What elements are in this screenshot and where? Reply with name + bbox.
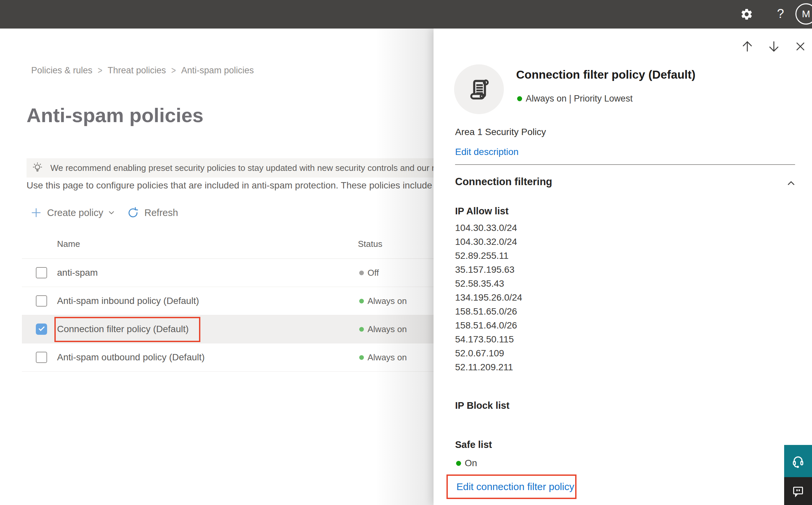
refresh-label: Refresh	[144, 207, 178, 218]
policy-description: Area 1 Security Policy	[455, 127, 546, 137]
main-content: Policies & rules > Threat policies > Ant…	[0, 28, 433, 505]
ip-address: 158.51.65.0/26	[455, 305, 522, 319]
support-button[interactable]	[784, 445, 812, 477]
breadcrumb-separator-icon: >	[98, 65, 103, 76]
chevron-up-icon	[786, 177, 797, 189]
row-status: Always on	[359, 352, 407, 363]
status-dot-icon	[517, 96, 522, 101]
status-label: Always on	[368, 296, 407, 306]
refresh-icon	[127, 207, 139, 219]
status-dot-icon	[456, 461, 461, 466]
status-dot-icon	[359, 327, 364, 331]
feedback-bubble-icon	[791, 484, 805, 498]
app-window: ? M Policies & rules > Threat policies >…	[0, 0, 812, 505]
plus-icon	[30, 207, 42, 218]
ip-address: 134.195.26.0/24	[455, 291, 522, 305]
ip-allow-list: 104.30.33.0/24104.30.32.0/2452.89.255.11…	[455, 221, 522, 374]
edit-policy-highlight-box: Edit connection filter policy	[446, 475, 577, 499]
collapse-section-button[interactable]	[785, 177, 798, 190]
safe-list-heading: Safe list	[455, 439, 492, 450]
row-status: Off	[359, 268, 379, 278]
feedback-button[interactable]	[784, 477, 812, 505]
arrow-up-icon	[740, 39, 754, 53]
breadcrumb-separator-icon: >	[171, 65, 176, 76]
breadcrumb-policies-rules[interactable]: Policies & rules	[31, 65, 92, 76]
column-header-status[interactable]: Status	[358, 239, 382, 249]
row-checkbox[interactable]	[36, 267, 47, 278]
top-app-bar: ? M	[0, 0, 812, 28]
ip-block-list-heading: IP Block list	[455, 400, 510, 411]
close-panel-button[interactable]	[792, 38, 808, 54]
ip-address: 52.58.35.43	[455, 277, 522, 291]
edit-description-link[interactable]: Edit description	[455, 147, 519, 157]
banner-text: We recommend enabling preset security po…	[50, 163, 433, 173]
panel-status: Always on | Priority Lowest	[517, 94, 633, 104]
ip-address: 54.173.50.115	[455, 332, 522, 346]
status-dot-icon	[359, 271, 364, 275]
row-status: Always on	[359, 296, 407, 306]
selection-highlight-box	[54, 317, 200, 342]
row-status: Always on	[359, 324, 407, 334]
ip-address: 35.157.195.63	[455, 263, 522, 277]
help-icon[interactable]: ?	[773, 5, 788, 23]
previous-item-button[interactable]	[739, 38, 755, 54]
status-label: Always on	[368, 324, 407, 334]
headset-icon	[791, 454, 805, 469]
lightbulb-icon	[31, 162, 44, 174]
status-dot-icon	[359, 299, 364, 303]
table-row[interactable]: Connection filter policy (Default)Always…	[22, 315, 433, 343]
ip-address: 104.30.33.0/24	[455, 221, 522, 235]
ip-address: 52.89.255.11	[455, 249, 522, 263]
status-label: Always on	[368, 352, 407, 363]
divider	[455, 164, 795, 165]
safe-list-status-text: On	[465, 458, 477, 469]
safe-list-status: On	[456, 458, 477, 469]
ip-allow-list-heading: IP Allow list	[455, 206, 509, 217]
row-checkbox[interactable]	[36, 295, 47, 307]
create-policy-label: Create policy	[47, 207, 103, 218]
ip-address: 52.11.209.211	[455, 360, 522, 374]
settings-gear-icon[interactable]	[739, 7, 754, 22]
toolbar: Create policy Refresh	[30, 203, 182, 223]
table-row[interactable]: Anti-spam inbound policy (Default)Always…	[22, 287, 433, 315]
row-name: Anti-spam outbound policy (Default)	[57, 352, 205, 363]
column-header-name[interactable]: Name	[57, 239, 80, 249]
chevron-down-icon	[107, 208, 116, 217]
row-name: Anti-spam inbound policy (Default)	[57, 296, 199, 306]
close-icon	[794, 40, 806, 52]
breadcrumb-anti-spam-policies[interactable]: Anti-spam policies	[181, 65, 254, 76]
breadcrumb-threat-policies[interactable]: Threat policies	[108, 65, 166, 76]
edit-connection-filter-policy-link[interactable]: Edit connection filter policy	[456, 481, 574, 492]
create-policy-button[interactable]: Create policy	[30, 207, 116, 218]
refresh-button[interactable]: Refresh	[127, 207, 182, 219]
ip-address: 104.30.32.0/24	[455, 235, 522, 249]
row-name: anti-spam	[57, 268, 98, 278]
page-title: Anti-spam policies	[26, 104, 203, 127]
panel-status-text: Always on | Priority Lowest	[526, 94, 633, 104]
row-checkbox[interactable]	[36, 324, 47, 335]
policy-avatar	[454, 64, 504, 114]
status-dot-icon	[359, 355, 364, 360]
ip-address: 52.0.67.109	[455, 346, 522, 360]
scroll-policy-icon	[465, 75, 493, 104]
arrow-down-icon	[767, 39, 781, 53]
next-item-button[interactable]	[766, 38, 782, 54]
table-row[interactable]: anti-spamOff	[22, 259, 433, 287]
panel-title: Connection filter policy (Default)	[516, 68, 801, 81]
policy-table: anti-spamOffAnti-spam inbound policy (De…	[22, 259, 433, 372]
ip-address: 158.51.64.0/26	[455, 319, 522, 332]
table-row[interactable]: Anti-spam outbound policy (Default)Alway…	[22, 343, 433, 372]
check-icon	[38, 325, 44, 331]
row-checkbox[interactable]	[36, 352, 47, 363]
connection-filtering-heading: Connection filtering	[455, 176, 552, 188]
breadcrumb: Policies & rules > Threat policies > Ant…	[31, 65, 254, 76]
policy-details-flyout: Connection filter policy (Default) Alway…	[433, 28, 812, 505]
page-description: Use this page to configure policies that…	[26, 180, 433, 191]
account-avatar[interactable]: M	[795, 3, 812, 25]
recommendation-banner: We recommend enabling preset security po…	[26, 158, 433, 177]
gear-icon	[740, 8, 753, 21]
status-label: Off	[368, 268, 379, 278]
